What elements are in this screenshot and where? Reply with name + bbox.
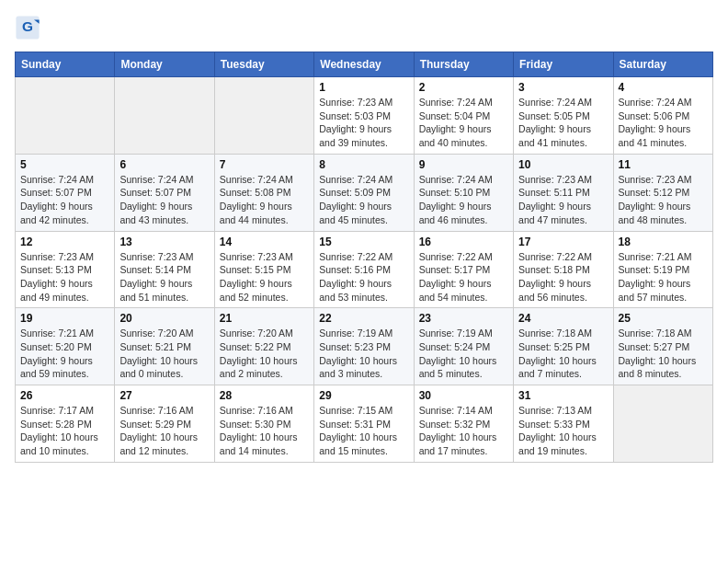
page-header: G	[15, 15, 713, 40]
day-detail: Sunrise: 7:19 AM Sunset: 5:24 PM Dayligh…	[419, 327, 508, 381]
weekday-header: Friday	[514, 52, 613, 77]
calendar-cell: 15Sunrise: 7:22 AM Sunset: 5:16 PM Dayli…	[314, 231, 414, 308]
day-number: 29	[319, 389, 408, 402]
day-detail: Sunrise: 7:24 AM Sunset: 5:07 PM Dayligh…	[20, 173, 109, 227]
day-number: 27	[119, 389, 209, 402]
day-number: 18	[619, 236, 708, 248]
calendar-cell: 9Sunrise: 7:24 AM Sunset: 5:10 PM Daylig…	[414, 154, 513, 231]
day-detail: Sunrise: 7:23 AM Sunset: 5:14 PM Dayligh…	[119, 250, 209, 304]
day-number: 2	[419, 81, 508, 94]
calendar-table: SundayMondayTuesdayWednesdayThursdayFrid…	[15, 52, 713, 463]
calendar-cell: 21Sunrise: 7:20 AM Sunset: 5:22 PM Dayli…	[214, 308, 313, 385]
calendar-cell: 26Sunrise: 7:17 AM Sunset: 5:28 PM Dayli…	[16, 385, 115, 463]
svg-text:G: G	[22, 18, 33, 34]
day-number: 22	[319, 312, 408, 325]
day-number: 1	[319, 81, 408, 94]
calendar-cell	[214, 77, 313, 155]
day-detail: Sunrise: 7:20 AM Sunset: 5:21 PM Dayligh…	[119, 327, 209, 381]
calendar-cell: 3Sunrise: 7:24 AM Sunset: 5:05 PM Daylig…	[514, 77, 613, 155]
day-number: 14	[220, 236, 309, 248]
day-number: 24	[518, 312, 608, 325]
calendar-week-row: 19Sunrise: 7:21 AM Sunset: 5:20 PM Dayli…	[16, 308, 713, 385]
calendar-week-row: 5Sunrise: 7:24 AM Sunset: 5:07 PM Daylig…	[16, 154, 713, 231]
day-number: 12	[20, 236, 109, 248]
calendar-cell: 1Sunrise: 7:23 AM Sunset: 5:03 PM Daylig…	[314, 77, 414, 155]
day-detail: Sunrise: 7:23 AM Sunset: 5:11 PM Dayligh…	[518, 173, 608, 227]
day-number: 5	[20, 158, 109, 171]
day-number: 10	[518, 158, 608, 171]
day-detail: Sunrise: 7:15 AM Sunset: 5:31 PM Dayligh…	[319, 404, 408, 458]
day-detail: Sunrise: 7:21 AM Sunset: 5:20 PM Dayligh…	[20, 327, 109, 381]
day-detail: Sunrise: 7:18 AM Sunset: 5:25 PM Dayligh…	[518, 327, 608, 381]
calendar-cell: 29Sunrise: 7:15 AM Sunset: 5:31 PM Dayli…	[314, 385, 414, 463]
day-number: 3	[518, 81, 608, 94]
calendar-cell: 30Sunrise: 7:14 AM Sunset: 5:32 PM Dayli…	[414, 385, 513, 463]
day-detail: Sunrise: 7:24 AM Sunset: 5:04 PM Dayligh…	[419, 96, 508, 150]
day-detail: Sunrise: 7:19 AM Sunset: 5:23 PM Dayligh…	[319, 327, 408, 381]
day-detail: Sunrise: 7:24 AM Sunset: 5:07 PM Dayligh…	[119, 173, 209, 227]
day-number: 19	[20, 312, 109, 325]
day-number: 4	[619, 81, 708, 94]
day-detail: Sunrise: 7:17 AM Sunset: 5:28 PM Dayligh…	[20, 404, 109, 458]
day-detail: Sunrise: 7:21 AM Sunset: 5:19 PM Dayligh…	[619, 250, 708, 304]
weekday-header: Sunday	[16, 52, 115, 77]
calendar-cell: 23Sunrise: 7:19 AM Sunset: 5:24 PM Dayli…	[414, 308, 513, 385]
day-detail: Sunrise: 7:23 AM Sunset: 5:13 PM Dayligh…	[20, 250, 109, 304]
calendar-cell: 11Sunrise: 7:23 AM Sunset: 5:12 PM Dayli…	[613, 154, 712, 231]
calendar-cell: 20Sunrise: 7:20 AM Sunset: 5:21 PM Dayli…	[115, 308, 214, 385]
day-number: 26	[20, 389, 109, 402]
weekday-header: Thursday	[414, 52, 513, 77]
calendar-cell	[115, 77, 214, 155]
day-number: 7	[220, 158, 309, 171]
day-detail: Sunrise: 7:20 AM Sunset: 5:22 PM Dayligh…	[220, 327, 309, 381]
day-number: 30	[419, 389, 508, 402]
weekday-header: Wednesday	[314, 52, 414, 77]
calendar-cell: 10Sunrise: 7:23 AM Sunset: 5:11 PM Dayli…	[514, 154, 613, 231]
day-detail: Sunrise: 7:23 AM Sunset: 5:12 PM Dayligh…	[619, 173, 708, 227]
calendar-cell: 12Sunrise: 7:23 AM Sunset: 5:13 PM Dayli…	[16, 231, 115, 308]
calendar-cell: 16Sunrise: 7:22 AM Sunset: 5:17 PM Dayli…	[414, 231, 513, 308]
weekday-header: Monday	[115, 52, 214, 77]
calendar-cell: 24Sunrise: 7:18 AM Sunset: 5:25 PM Dayli…	[514, 308, 613, 385]
day-detail: Sunrise: 7:24 AM Sunset: 5:09 PM Dayligh…	[319, 173, 408, 227]
day-detail: Sunrise: 7:22 AM Sunset: 5:17 PM Dayligh…	[419, 250, 508, 304]
day-detail: Sunrise: 7:16 AM Sunset: 5:29 PM Dayligh…	[119, 404, 209, 458]
day-detail: Sunrise: 7:23 AM Sunset: 5:03 PM Dayligh…	[319, 96, 408, 150]
calendar-cell: 17Sunrise: 7:22 AM Sunset: 5:18 PM Dayli…	[514, 231, 613, 308]
day-detail: Sunrise: 7:24 AM Sunset: 5:05 PM Dayligh…	[518, 96, 608, 150]
calendar-cell: 28Sunrise: 7:16 AM Sunset: 5:30 PM Dayli…	[214, 385, 313, 463]
day-detail: Sunrise: 7:24 AM Sunset: 5:08 PM Dayligh…	[220, 173, 309, 227]
day-detail: Sunrise: 7:24 AM Sunset: 5:10 PM Dayligh…	[419, 173, 508, 227]
day-detail: Sunrise: 7:23 AM Sunset: 5:15 PM Dayligh…	[220, 250, 309, 304]
logo: G	[15, 15, 44, 40]
day-detail: Sunrise: 7:16 AM Sunset: 5:30 PM Dayligh…	[220, 404, 309, 458]
day-detail: Sunrise: 7:22 AM Sunset: 5:18 PM Dayligh…	[518, 250, 608, 304]
day-number: 13	[119, 236, 209, 248]
day-number: 11	[619, 158, 708, 171]
calendar-header-row: SundayMondayTuesdayWednesdayThursdayFrid…	[16, 52, 713, 77]
calendar-cell: 13Sunrise: 7:23 AM Sunset: 5:14 PM Dayli…	[115, 231, 214, 308]
calendar-cell: 5Sunrise: 7:24 AM Sunset: 5:07 PM Daylig…	[16, 154, 115, 231]
calendar-cell: 19Sunrise: 7:21 AM Sunset: 5:20 PM Dayli…	[16, 308, 115, 385]
calendar-week-row: 26Sunrise: 7:17 AM Sunset: 5:28 PM Dayli…	[16, 385, 713, 463]
calendar-week-row: 1Sunrise: 7:23 AM Sunset: 5:03 PM Daylig…	[16, 77, 713, 155]
calendar-week-row: 12Sunrise: 7:23 AM Sunset: 5:13 PM Dayli…	[16, 231, 713, 308]
calendar-cell	[613, 385, 712, 463]
day-detail: Sunrise: 7:22 AM Sunset: 5:16 PM Dayligh…	[319, 250, 408, 304]
logo-icon: G	[15, 15, 40, 40]
weekday-header: Tuesday	[214, 52, 313, 77]
calendar-cell: 14Sunrise: 7:23 AM Sunset: 5:15 PM Dayli…	[214, 231, 313, 308]
day-detail: Sunrise: 7:14 AM Sunset: 5:32 PM Dayligh…	[419, 404, 508, 458]
day-number: 6	[119, 158, 209, 171]
day-number: 21	[220, 312, 309, 325]
day-number: 31	[518, 389, 608, 402]
day-number: 28	[220, 389, 309, 402]
day-number: 16	[419, 236, 508, 248]
calendar-cell: 6Sunrise: 7:24 AM Sunset: 5:07 PM Daylig…	[115, 154, 214, 231]
day-number: 20	[119, 312, 209, 325]
calendar-cell	[16, 77, 115, 155]
calendar-cell: 4Sunrise: 7:24 AM Sunset: 5:06 PM Daylig…	[613, 77, 712, 155]
day-number: 25	[619, 312, 708, 325]
day-detail: Sunrise: 7:18 AM Sunset: 5:27 PM Dayligh…	[619, 327, 708, 381]
calendar-cell: 22Sunrise: 7:19 AM Sunset: 5:23 PM Dayli…	[314, 308, 414, 385]
